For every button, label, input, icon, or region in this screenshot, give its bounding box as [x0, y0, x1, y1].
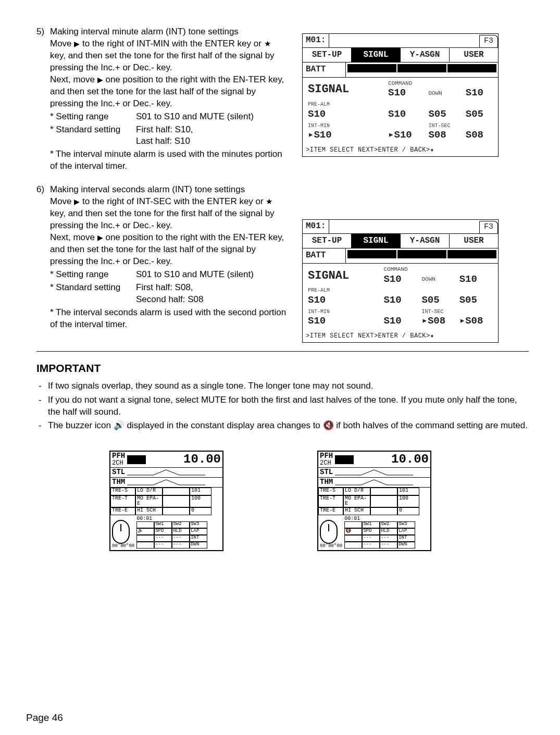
sl1-ch: 2CH [112, 460, 125, 467]
lcd1-batt: BATT [303, 63, 346, 77]
sec5-title: Making interval minute alarm (INT) tone … [50, 27, 239, 36]
sl2-mt-h2: SW2 [380, 521, 397, 528]
right-triangle-icon [74, 196, 80, 206]
lcd2-r2d: S05 [457, 294, 495, 307]
right-triangle-icon [74, 39, 80, 48]
lcd2-tab-yasgn: Y-ASGN [401, 234, 450, 248]
sl2-mt-r3-2: --- [380, 542, 397, 549]
imp-b3b: displayed in the constant display area c… [125, 420, 323, 430]
sl1-mt-r3-3: DWN [190, 542, 207, 549]
sec6-num: 6) [36, 184, 50, 196]
right-triangle-icon [97, 74, 103, 84]
lcd1-r2d: S05 [464, 108, 495, 121]
sl1-footer-time: 00'00"00 [112, 544, 134, 549]
sl1-mt-r1-0: 🔊 [136, 528, 154, 535]
sl2-curve-2-icon [335, 479, 413, 486]
sl2-g-r3c4: 0 [397, 507, 419, 515]
sl2-grid: TRE-SLO D/R101 TRE-TMO EPA-E100 TRE-EHI … [318, 488, 430, 515]
sl2-g-r1c4: 101 [397, 488, 419, 495]
lcd2-r3c: ▸S08 [419, 315, 457, 328]
sl1-minitable: SW1SW2SW3 🔊SPDHLDLAP ------INT ------DWN [136, 521, 221, 549]
sl2-mt-r1-3: LAP [397, 528, 415, 535]
sl1-gauge-icon [112, 520, 130, 544]
sl2-mt-b [344, 521, 362, 528]
sl2-gauge-icon [320, 520, 338, 544]
s6p2a: Next, move [50, 232, 97, 242]
lcd1-hdr-cmd: COMMAND [386, 80, 426, 88]
sl2-stl: STL [320, 468, 333, 476]
s6p1a: Move [50, 196, 74, 206]
lcd2-footer: >ITEM SELECT NEXT>ENTER / BACK>★ [303, 331, 498, 342]
lcd2-r3d: ▸S08 [457, 315, 495, 328]
lcd2-title: M01: [303, 220, 329, 233]
lcd2-r1a: S10 [381, 273, 419, 286]
s6p1c: key, and then set the tone for the first… [50, 208, 275, 230]
sl1-mt-r1-2: HLD [172, 528, 190, 535]
lcd1-r2b: S10 [386, 108, 426, 121]
sec5-body: Move to the right of INT-MIN with the EN… [36, 38, 287, 172]
s5sv1: First half: S10, [136, 124, 193, 134]
lcd1-signal-lbl: SIGNAL [308, 83, 360, 96]
lcd1-tab-user: USER [450, 48, 498, 63]
sl2-footer-time: 00'00"00 [320, 544, 342, 549]
sl2-bt-time: 00:01 [344, 516, 429, 522]
lcd1-tab-signl: SIGNL [352, 48, 401, 63]
sec5-num: 5) [36, 26, 50, 38]
sl2-thm: THM [320, 478, 333, 486]
s5-std-setting-lbl: * Standard setting [50, 124, 136, 148]
s6-setting-range-lbl: * Setting range [50, 269, 136, 281]
sl1-g-r2c3 [163, 495, 190, 507]
important-heading: IMPORTANT [36, 361, 529, 376]
sl1-g-r2c1: TRE-T [110, 495, 135, 507]
s5p1c: key, and then set the tone for the first… [50, 51, 275, 72]
sl1-mt-r3-2: --- [172, 542, 190, 549]
lcd1-r1a: S10 [386, 87, 426, 99]
sl2-mt-r2-0 [344, 535, 362, 542]
lcd2-r2c: S05 [419, 294, 457, 307]
section-5: 5)Making interval minute alarm (INT) ton… [36, 26, 287, 172]
sl1-g-r1c4: 101 [190, 488, 211, 495]
lcd1-intmin: INT-MIN [306, 121, 386, 130]
star-icon [266, 196, 272, 206]
sl1-mt-r2-3: INT [190, 535, 207, 542]
s6-std-setting-val: First half: S08, Second half: S08 [136, 282, 287, 306]
small-lcd-2: PFH 2CH 10.00 STL THM TRE-SLO D/R101 TRE… [317, 451, 431, 551]
s5-note: * The interval minute alarm is used with… [50, 148, 287, 172]
sl1-icon-block [127, 455, 146, 464]
sl2-mt-r1-2: HLD [380, 528, 397, 535]
page-number: Page 46 [26, 711, 63, 725]
small-lcd-1: PFH 2CH 10.00 STL THM TRE-SLO D/R101 TRE… [109, 451, 223, 551]
lcd1-r2a: S10 [306, 108, 386, 121]
lcd1-tab-yasgn: Y-ASGN [401, 48, 450, 63]
s6-std-setting-lbl: * Standard setting [50, 282, 136, 306]
sl1-mt-r1-3: LAP [190, 528, 207, 535]
sl2-mt-h3: SW3 [397, 521, 415, 528]
sl1-g-r3c2: HI SCH [135, 507, 163, 515]
sl1-g-r2c2: MO EPA-E [135, 495, 163, 507]
s6p1b: to the right of INT-SEC with the ENTER k… [80, 196, 266, 206]
sl2-mt-r1-0: 🔇 [344, 528, 362, 535]
s6sv2: Second half: S08 [136, 294, 203, 304]
sl1-stl: STL [112, 468, 125, 476]
sl1-g-r1c1: TRE-S [110, 488, 135, 495]
lcd2-r1b: S10 [457, 273, 495, 286]
s5p1b: to the right of INT-MIN with the ENTER k… [80, 39, 264, 48]
sl2-ch: 2CH [320, 460, 333, 467]
sl2-time: 10.00 [391, 453, 429, 466]
sl1-mt-r3-1: --- [154, 542, 172, 549]
sl1-curve-1-icon [127, 469, 205, 476]
sl1-g-r1c3 [163, 488, 190, 495]
lcd2-r3b: S10 [381, 315, 419, 328]
sl1-mt-r2-1: --- [154, 535, 172, 542]
sl2-mt-r3-3: DWN [397, 542, 415, 549]
sl1-mt-b [136, 521, 154, 528]
sl2-mt-r3-1: --- [362, 542, 380, 549]
sl1-g-r3c3 [163, 507, 190, 515]
lcd1-r1b: S10 [464, 87, 495, 99]
sl1-mt-r1-1: SPD [154, 528, 172, 535]
speaker-muted-icon [323, 420, 334, 430]
sl2-mt-r1-1: SPD [362, 528, 380, 535]
sec6-title: Making interval seconds alarm (INT) tone… [50, 184, 245, 194]
s6sv1: First half: S08, [136, 282, 193, 292]
sl2-g-r1c1: TRE-S [318, 488, 343, 495]
